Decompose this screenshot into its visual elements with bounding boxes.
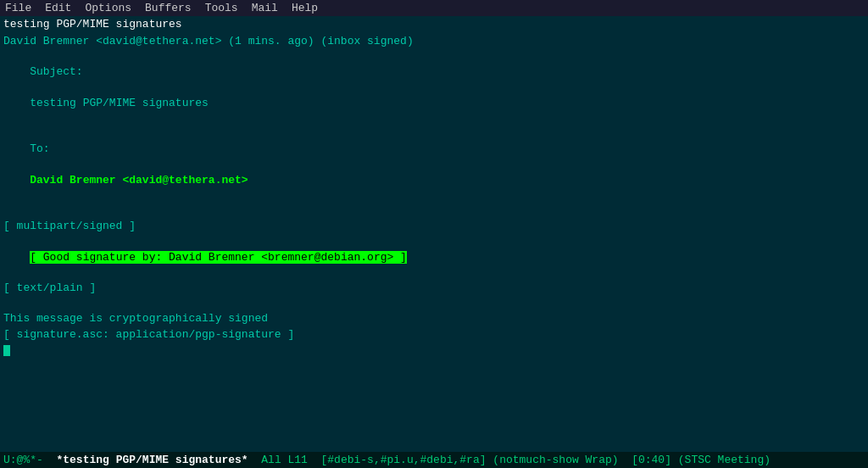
menu-buffers[interactable]: Buffers <box>145 2 192 14</box>
body-line: This message is cryptographically signed <box>3 311 865 326</box>
attachment-line: [ signature.asc: application/pgp-signatu… <box>3 327 865 343</box>
window-title: testing PGP/MIME signatures <box>0 16 868 32</box>
cursor-line <box>3 343 865 358</box>
menubar: File Edit Options Buffers Tools Mail Hel… <box>0 0 868 16</box>
menu-tools[interactable]: Tools <box>205 2 238 14</box>
status-tags: [#debi-s,#pi.u,#debi,#ra] <box>308 454 487 466</box>
status-bar: U:@%*- *testing PGP/MIME signatures* All… <box>0 452 868 468</box>
status-mode-indicator: U:@%*- <box>3 454 56 466</box>
menu-edit[interactable]: Edit <box>45 2 71 14</box>
good-sig-line: [ Good signature by: David Bremner <brem… <box>3 234 865 281</box>
multipart-line: [ multipart/signed ] <box>3 219 865 234</box>
from-line: David Bremner <david@tethera.net> (1 min… <box>3 34 865 49</box>
status-mode-name: (notmuch-show Wrap) <box>487 454 619 466</box>
subject-line: Subject: testing PGP/MIME signatures <box>3 49 865 126</box>
status-position: All L11 <box>248 454 308 466</box>
menu-help[interactable]: Help <box>292 2 318 14</box>
email-content: David Bremner <david@tethera.net> (1 min… <box>0 32 868 452</box>
menu-options[interactable]: Options <box>85 2 131 14</box>
status-meeting: (STSC Meeting) <box>671 454 771 466</box>
menu-mail[interactable]: Mail <box>252 2 278 14</box>
status-buffer-name: *testing PGP/MIME signatures* <box>56 454 248 466</box>
to-line: To: David Bremner <david@tethera.net> <box>3 126 865 203</box>
text-plain-line: [ text/plain ] <box>3 281 865 296</box>
menu-file[interactable]: File <box>5 2 31 14</box>
status-time: [0:40] <box>619 454 671 466</box>
